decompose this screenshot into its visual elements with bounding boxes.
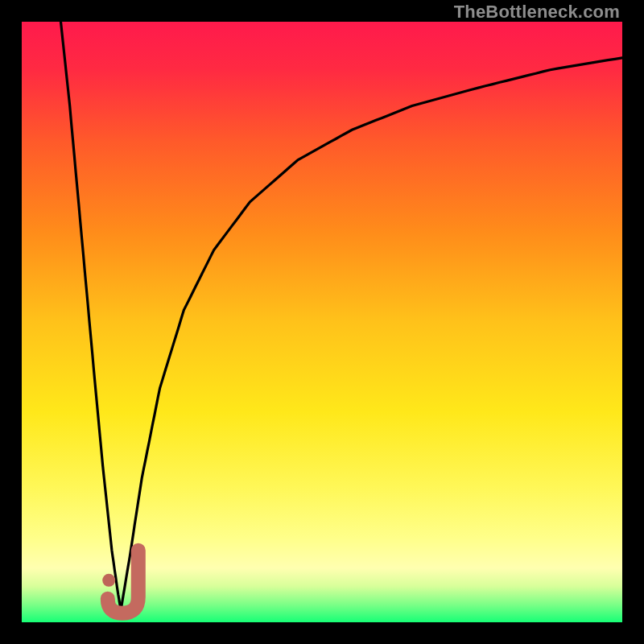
curve-right-branch: [121, 58, 622, 610]
curve-layer: [22, 22, 622, 622]
curve-left-branch: [61, 22, 122, 610]
dot-icon: [102, 574, 115, 587]
chart-frame: TheBottleneck.com: [0, 0, 644, 644]
plot-area: [22, 22, 622, 622]
watermark-text: TheBottleneck.com: [454, 2, 620, 23]
